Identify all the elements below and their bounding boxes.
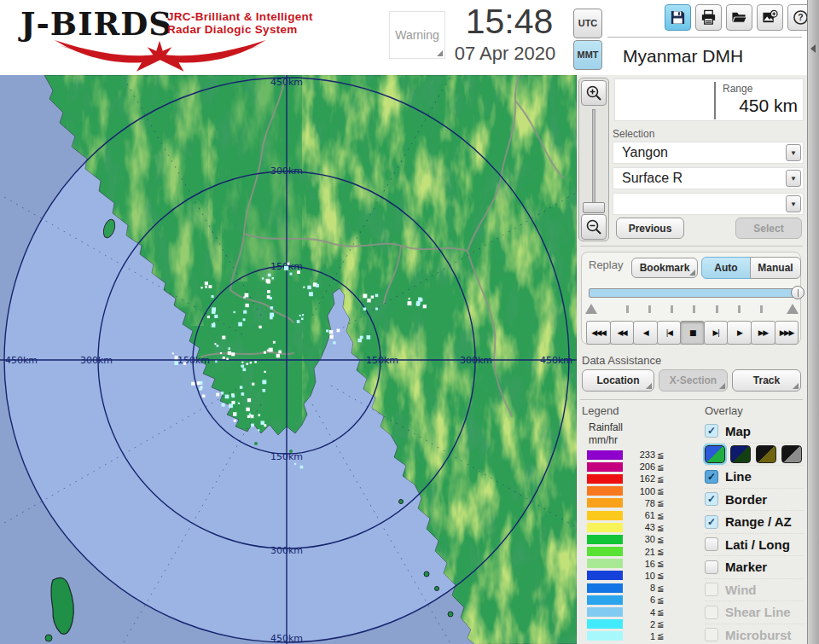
checkbox[interactable] — [705, 537, 718, 551]
slider-end-marker[interactable] — [787, 304, 799, 314]
legend-value: 61 — [628, 510, 655, 520]
legend-row: 78≦ — [587, 497, 689, 509]
radar-map[interactable]: 450km 300km 150km 150km 300km 450km 450k… — [0, 75, 577, 644]
zoom-out-button[interactable] — [581, 214, 607, 240]
playback-button[interactable]: ◀ — [633, 321, 658, 345]
checkbox[interactable]: ✓ — [705, 424, 718, 438]
overlay-item: ✓Line — [705, 465, 804, 488]
slider-tick — [671, 305, 673, 313]
playback-button[interactable]: ▶▶▶ — [775, 321, 799, 345]
lte-symbol: ≦ — [657, 511, 664, 520]
print-button[interactable] — [695, 4, 722, 31]
replay-slider-handle[interactable] — [791, 286, 804, 299]
legend-swatch — [587, 619, 623, 629]
overlay-item: ✓Map — [705, 420, 804, 443]
legend-swatch — [587, 583, 623, 593]
legend-value: 78 — [628, 498, 655, 508]
legend-swatch — [587, 498, 623, 508]
slider-tick — [693, 305, 695, 313]
site-range-box: Range 450 km — [614, 78, 804, 121]
svg-text:300km: 300km — [80, 355, 113, 366]
legend-swatch — [587, 571, 623, 580]
playback-button[interactable]: ■ — [680, 321, 705, 345]
legend-value: 6 — [628, 595, 655, 605]
map-style-swatch[interactable] — [705, 445, 725, 463]
panel-collapse-strip[interactable] — [807, 0, 819, 644]
manual-button[interactable]: Manual — [750, 257, 801, 279]
playback-button[interactable]: |◀ — [657, 321, 682, 345]
open-folder-icon — [731, 9, 747, 26]
playback-button[interactable]: ◀◀ — [610, 321, 635, 345]
selection-label: Selection — [613, 128, 654, 140]
overlay-item: Marker — [705, 555, 804, 578]
map-style-swatch[interactable] — [730, 445, 751, 463]
chevron-down-icon[interactable]: ▼ — [786, 144, 801, 161]
lte-symbol: ≦ — [657, 571, 664, 580]
checkbox[interactable] — [705, 560, 718, 574]
map-style-swatch[interactable] — [781, 445, 802, 463]
previous-button[interactable]: Previous — [616, 218, 684, 239]
playback-button[interactable]: ▶ — [727, 321, 752, 345]
range-label: Range — [723, 83, 752, 95]
mmt-button[interactable]: MMT — [573, 40, 602, 70]
legend-swatch — [587, 595, 623, 605]
slider-tick — [648, 305, 651, 313]
slider-tick — [760, 305, 763, 313]
legend-row: 43≦ — [587, 521, 689, 533]
utc-button[interactable]: UTC — [573, 9, 602, 38]
overlay-item-label: Range / AZ — [725, 514, 792, 529]
site-dropdown[interactable]: Yangon ▼ — [613, 142, 804, 164]
chevron-down-icon[interactable]: ▼ — [786, 195, 801, 212]
checkbox[interactable]: ✓ — [705, 515, 718, 529]
legend-swatch — [587, 631, 623, 641]
map-style-swatches — [705, 443, 804, 466]
replay-slider[interactable] — [589, 288, 799, 298]
legend-value: 8 — [628, 583, 655, 593]
chevron-down-icon[interactable]: ▼ — [786, 170, 801, 187]
save-button[interactable] — [665, 4, 691, 31]
legend-value: 100 — [628, 486, 655, 496]
map-style-swatch[interactable] — [756, 445, 776, 463]
track-button[interactable]: Track — [732, 369, 801, 392]
checkbox[interactable]: ✓ — [705, 492, 718, 506]
legend-value: 162 — [628, 473, 655, 484]
select-button[interactable]: Select — [735, 218, 802, 239]
header: J-BIRDS JRC-Brilliant & Intelligent Rada… — [0, 0, 819, 75]
zoom-slider-handle[interactable] — [583, 202, 605, 213]
open-folder-button[interactable] — [726, 4, 752, 31]
print-icon — [700, 9, 717, 26]
playback-button[interactable]: ▶▶ — [751, 321, 775, 345]
overlay-item: ✓Range / AZ — [705, 510, 804, 533]
slider-start-marker[interactable] — [585, 304, 597, 314]
replay-section: Replay Bookmark Auto Manual ◀◀◀◀◀◀|◀■▶|▶… — [581, 252, 801, 345]
svg-text:300km: 300km — [270, 165, 303, 177]
lte-symbol: ≦ — [657, 595, 664, 605]
station-title: Myanmar DMH — [609, 43, 802, 70]
x-section-button[interactable]: X-Section — [659, 369, 728, 392]
bookmark-button[interactable]: Bookmark — [631, 258, 698, 278]
add-image-button[interactable] — [757, 4, 783, 31]
separator — [580, 399, 803, 400]
header-divider — [607, 37, 802, 38]
playback-controls: ◀◀◀◀◀◀|◀■▶|▶▶▶▶▶▶ — [586, 321, 798, 345]
legend-value: 4 — [628, 607, 655, 618]
checkbox — [705, 628, 718, 641]
eagle-icon — [15, 38, 309, 73]
zoom-in-button[interactable] — [581, 80, 607, 106]
lte-symbol: ≦ — [657, 559, 664, 568]
legend-row: 16≦ — [587, 558, 689, 570]
zoom-in-icon — [585, 84, 602, 102]
legend-swatch — [587, 450, 623, 460]
option-dropdown[interactable]: ▼ — [613, 193, 804, 215]
checkbox[interactable]: ✓ — [705, 470, 718, 484]
slider-tick — [738, 305, 741, 313]
playback-button[interactable]: ▶| — [704, 321, 729, 345]
zoom-slider-track[interactable] — [592, 109, 595, 212]
playback-button[interactable]: ◀◀◀ — [586, 321, 611, 345]
lte-symbol: ≦ — [657, 462, 664, 472]
legend-value: 21 — [628, 547, 655, 557]
product-dropdown[interactable]: Surface R ▼ — [613, 167, 804, 189]
legend-value: 2 — [628, 619, 655, 629]
location-button[interactable]: Location — [582, 369, 654, 392]
auto-button[interactable]: Auto — [701, 257, 751, 279]
